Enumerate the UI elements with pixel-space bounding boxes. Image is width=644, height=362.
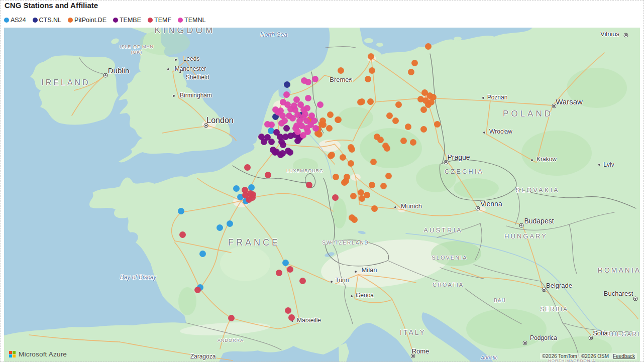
station-dot-temnl[interactable] bbox=[291, 102, 297, 109]
station-dot-pitpoint-de[interactable] bbox=[357, 99, 364, 105]
station-dot-pitpoint-de[interactable] bbox=[408, 69, 414, 75]
station-dot-temf[interactable] bbox=[285, 307, 291, 314]
map-attribution: ©2026 TomTom ©2026 OSM Feedback bbox=[540, 353, 637, 359]
station-dot-temnl[interactable] bbox=[305, 95, 311, 101]
station-dot-temf[interactable] bbox=[306, 182, 312, 188]
station-dot-pitpoint-de[interactable] bbox=[335, 116, 341, 123]
station-dot-pitpoint-de[interactable] bbox=[410, 139, 416, 146]
station-dot-pitpoint-de[interactable] bbox=[340, 154, 346, 161]
station-dot-temf[interactable] bbox=[299, 278, 306, 284]
station-dot-pitpoint-de[interactable] bbox=[395, 101, 402, 108]
microsoft-azure-label: Microsoft Azure bbox=[19, 350, 67, 358]
station-dot-tembe[interactable] bbox=[280, 142, 286, 148]
station-dot-pitpoint-de[interactable] bbox=[370, 159, 377, 165]
station-dot-pitpoint-de[interactable] bbox=[368, 53, 374, 60]
station-dot-pitpoint-de[interactable] bbox=[420, 106, 427, 113]
station-dot-pitpoint-de[interactable] bbox=[350, 193, 357, 199]
station-dot-as24[interactable] bbox=[199, 251, 206, 257]
station-dot-temf[interactable] bbox=[250, 191, 256, 198]
station-dot-pitpoint-de[interactable] bbox=[359, 195, 365, 202]
station-dot-temf[interactable] bbox=[276, 270, 282, 276]
station-dot-pitpoint-de[interactable] bbox=[320, 122, 327, 128]
station-dot-temf[interactable] bbox=[179, 231, 186, 238]
station-dot-tembe[interactable] bbox=[272, 149, 278, 156]
station-dot-as24[interactable] bbox=[217, 224, 223, 231]
station-dot-temnl[interactable] bbox=[283, 91, 290, 98]
legend-item-temf[interactable]: TEMF bbox=[148, 17, 171, 24]
europe-map-canvas[interactable]: North SeaBay of BiscayAdriaticKINGDOMIRE… bbox=[4, 28, 640, 362]
page-title: CNG Stations and Affiliate bbox=[5, 1, 98, 10]
station-dot-temnl[interactable] bbox=[281, 117, 288, 124]
station-dot-pitpoint-de[interactable] bbox=[367, 98, 374, 105]
station-dot-temnl[interactable] bbox=[304, 129, 311, 135]
station-dot-pitpoint-de[interactable] bbox=[425, 43, 432, 50]
station-dot-pitpoint-de[interactable] bbox=[348, 160, 354, 167]
station-dot-pitpoint-de[interactable] bbox=[434, 121, 441, 128]
station-dot-temnl[interactable] bbox=[312, 125, 319, 132]
station-dot-as24[interactable] bbox=[233, 185, 240, 192]
station-dot-as24[interactable] bbox=[227, 220, 233, 227]
station-dot-pitpoint-de[interactable] bbox=[385, 173, 392, 179]
station-dot-pitpoint-de[interactable] bbox=[358, 189, 364, 196]
station-dot-as24[interactable] bbox=[178, 208, 184, 214]
legend: AS24CTS.NLPitPoint.DETEMBETEMFTEMNL bbox=[4, 17, 205, 24]
station-dot-temnl[interactable] bbox=[294, 111, 301, 118]
station-dot-temnl[interactable] bbox=[272, 106, 279, 113]
station-dot-pitpoint-de[interactable] bbox=[369, 182, 375, 188]
station-dot-tembe[interactable] bbox=[287, 149, 293, 156]
station-dot-tembe[interactable] bbox=[268, 139, 275, 145]
station-dot-temf[interactable] bbox=[194, 287, 201, 293]
attribution-osm: ©2026 OSM bbox=[581, 353, 609, 359]
station-dot-pitpoint-de[interactable] bbox=[384, 145, 390, 152]
microsoft-logo-icon bbox=[9, 351, 16, 357]
station-dot-temf[interactable] bbox=[265, 172, 271, 178]
station-dot-temf[interactable] bbox=[332, 194, 339, 201]
station-dot-temnl[interactable] bbox=[317, 101, 324, 108]
station-dot-pitpoint-de[interactable] bbox=[327, 111, 334, 118]
station-dot-temnl[interactable] bbox=[293, 123, 300, 129]
legend-label: PitPoint.DE bbox=[74, 17, 106, 24]
legend-swatch bbox=[68, 18, 73, 23]
legend-item-as24[interactable]: AS24 bbox=[4, 17, 26, 24]
station-dot-temf[interactable] bbox=[228, 315, 235, 321]
station-dot-pitpoint-de[interactable] bbox=[377, 137, 384, 143]
station-dot-temf[interactable] bbox=[287, 266, 293, 273]
station-dot-pitpoint-de[interactable] bbox=[392, 117, 399, 124]
station-dot-pitpoint-de[interactable] bbox=[369, 67, 375, 74]
legend-item-cts-nl[interactable]: CTS.NL bbox=[33, 17, 61, 24]
station-dot-pitpoint-de[interactable] bbox=[338, 67, 344, 74]
station-dot-pitpoint-de[interactable] bbox=[333, 174, 339, 180]
station-dot-pitpoint-de[interactable] bbox=[349, 214, 355, 221]
station-dot-pitpoint-de[interactable] bbox=[405, 124, 411, 130]
station-dot-pitpoint-de[interactable] bbox=[386, 112, 393, 119]
station-dot-temnl[interactable] bbox=[311, 117, 317, 124]
station-dot-pitpoint-de[interactable] bbox=[371, 205, 378, 212]
station-dot-temf[interactable] bbox=[244, 164, 251, 171]
station-dot-pitpoint-de[interactable] bbox=[380, 183, 387, 189]
station-dot-temnl[interactable] bbox=[304, 105, 310, 111]
station-dot-as24[interactable] bbox=[282, 260, 289, 266]
station-dot-pitpoint-de[interactable] bbox=[400, 138, 407, 144]
microsoft-logo-square bbox=[9, 351, 12, 354]
station-dot-temnl[interactable] bbox=[312, 76, 318, 82]
legend-label: CTS.NL bbox=[39, 17, 61, 24]
station-dot-as24[interactable] bbox=[248, 184, 255, 191]
feedback-link[interactable]: Feedback bbox=[613, 353, 635, 359]
station-dot-pitpoint-de[interactable] bbox=[328, 153, 334, 159]
station-dot-tembe[interactable] bbox=[283, 125, 290, 132]
legend-item-temnl[interactable]: TEMNL bbox=[178, 17, 205, 24]
station-dot-temf[interactable] bbox=[288, 314, 295, 321]
legend-item-tembe[interactable]: TEMBE bbox=[113, 17, 141, 24]
station-dot-pitpoint-de[interactable] bbox=[326, 125, 333, 132]
legend-item-pitpoint-de[interactable]: PitPoint.DE bbox=[68, 17, 106, 24]
station-dot-pitpoint-de[interactable] bbox=[411, 60, 418, 66]
station-dot-pitpoint-de[interactable] bbox=[349, 146, 355, 153]
station-dot-temnl[interactable] bbox=[264, 121, 271, 128]
station-dot-pitpoint-de[interactable] bbox=[365, 76, 371, 82]
station-dot-cts-nl[interactable] bbox=[284, 81, 290, 88]
station-dot-pitpoint-de[interactable] bbox=[343, 178, 349, 184]
station-dot-pitpoint-de[interactable] bbox=[420, 126, 427, 133]
legend-swatch bbox=[4, 18, 9, 23]
station-dot-tembe[interactable] bbox=[279, 150, 286, 157]
station-dot-temnl[interactable] bbox=[305, 79, 311, 85]
